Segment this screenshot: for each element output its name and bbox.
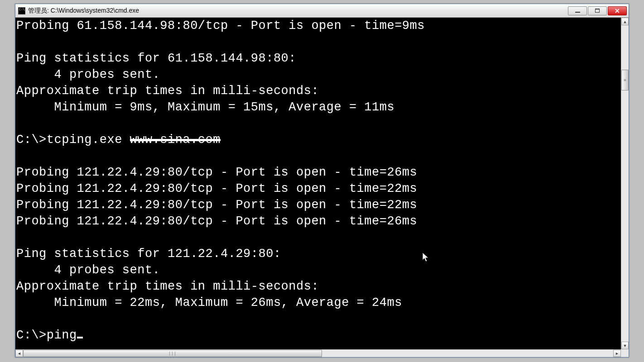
- output-line: [16, 148, 621, 164]
- window-title: 管理员: C:\Windows\system32\cmd.exe: [28, 7, 568, 15]
- bottom-scroll-row: ◀ ▶: [15, 349, 629, 357]
- output-line: Ping statistics for 121.22.4.29:80:: [16, 246, 621, 262]
- output-line: Probing 121.22.4.29:80/tcp - Port is ope…: [16, 181, 621, 197]
- output-line: [16, 34, 621, 50]
- output-line: Ping statistics for 61.158.144.98:80:: [16, 50, 621, 67]
- close-icon: ✕: [615, 8, 620, 14]
- current-prompt: C:\>ping: [16, 327, 621, 343]
- cmd-icon: [18, 7, 25, 14]
- maximize-button[interactable]: [588, 6, 607, 15]
- minimize-icon: [575, 12, 580, 13]
- output-line: Probing 121.22.4.29:80/tcp - Port is ope…: [16, 197, 621, 213]
- window-controls: ✕: [568, 6, 627, 15]
- output-line: Minimum = 22ms, Maximum = 26ms, Average …: [16, 295, 621, 311]
- vertical-scrollbar[interactable]: ▲ ▼: [621, 18, 629, 349]
- command-line: C:\>tcping.exe www.sina.com: [16, 132, 621, 148]
- scroll-down-button[interactable]: ▼: [621, 342, 629, 349]
- vscroll-track[interactable]: [621, 25, 629, 342]
- hscroll-track[interactable]: [23, 350, 613, 357]
- output-line: Probing 121.22.4.29:80/tcp - Port is ope…: [16, 213, 621, 229]
- cursor: [77, 337, 83, 338]
- output-line: Approximate trip times in milli-seconds:: [16, 83, 621, 99]
- scroll-left-button[interactable]: ◀: [15, 350, 23, 357]
- horizontal-scrollbar[interactable]: ◀ ▶: [15, 349, 621, 357]
- redacted-arg: www.sina.com: [130, 132, 221, 148]
- titlebar[interactable]: 管理员: C:\Windows\system32\cmd.exe ✕: [15, 4, 629, 18]
- output-line: [16, 229, 621, 246]
- output-line: Minimum = 9ms, Maximum = 15ms, Average =…: [16, 99, 621, 115]
- terminal-body: Probing 61.158.144.98:80/tcp - Port is o…: [15, 18, 629, 349]
- vscroll-thumb[interactable]: [621, 70, 629, 90]
- cmd-window: 管理员: C:\Windows\system32\cmd.exe ✕ Probi…: [15, 4, 629, 357]
- scroll-corner: [621, 349, 629, 357]
- prompt-text: C:\>tcping.exe: [16, 133, 130, 147]
- maximize-icon: [595, 9, 600, 13]
- output-line: [16, 311, 621, 327]
- scroll-up-button[interactable]: ▲: [621, 18, 629, 25]
- output-line: [16, 115, 621, 132]
- output-line: Approximate trip times in milli-seconds:: [16, 278, 621, 295]
- close-button[interactable]: ✕: [608, 6, 627, 15]
- prompt-text: C:\>ping: [16, 329, 77, 342]
- output-line: Probing 121.22.4.29:80/tcp - Port is ope…: [16, 164, 621, 181]
- terminal-content[interactable]: Probing 61.158.144.98:80/tcp - Port is o…: [15, 18, 621, 349]
- output-line: 4 probes sent.: [16, 262, 621, 278]
- scroll-right-button[interactable]: ▶: [613, 350, 621, 357]
- output-line: Probing 61.158.144.98:80/tcp - Port is o…: [16, 18, 621, 34]
- output-line: 4 probes sent.: [16, 67, 621, 83]
- hscroll-thumb[interactable]: [23, 350, 322, 357]
- minimize-button[interactable]: [568, 6, 587, 15]
